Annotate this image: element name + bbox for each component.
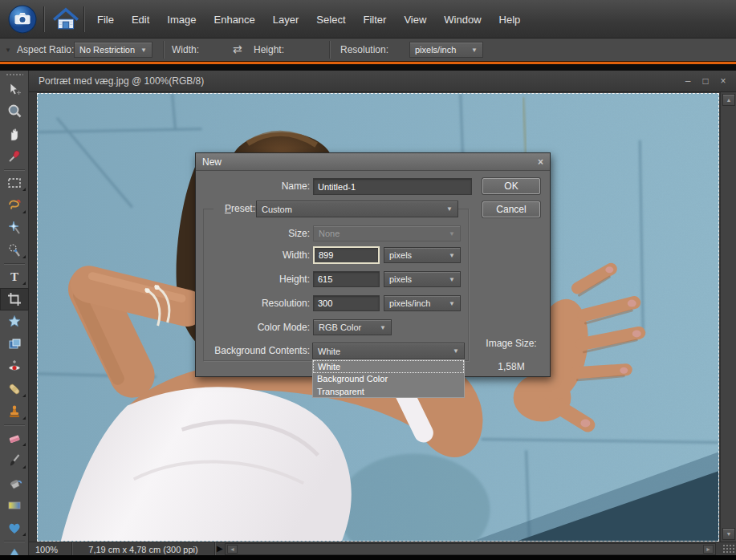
menu-help[interactable]: Help (494, 10, 527, 29)
new-dialog: New × Name: Untitled-1 OK Preset: Custom… (195, 152, 551, 377)
menu-image[interactable]: Image (161, 10, 201, 29)
bottom-strip (0, 555, 736, 560)
scroll-up-icon[interactable]: ▲ (722, 94, 735, 106)
move-icon (6, 81, 22, 97)
gradient-tool[interactable] (0, 494, 29, 517)
toolbar-separator (4, 541, 25, 542)
red-eye-removal-tool[interactable] (0, 355, 29, 378)
zoom-tool[interactable] (0, 100, 29, 123)
option-white[interactable]: White (313, 360, 464, 373)
brush-tool[interactable] (0, 449, 29, 472)
cookie-cutter-tool[interactable] (0, 310, 29, 333)
menu-layer[interactable]: Layer (267, 10, 305, 29)
eyedropper-tool[interactable] (0, 145, 29, 168)
move-tool[interactable] (0, 78, 29, 100)
eraser-icon (6, 430, 22, 446)
options-collapse-arrow-icon[interactable]: ▼ (5, 47, 11, 54)
chevron-down-icon: ▼ (466, 47, 478, 54)
minimize-icon[interactable]: – (683, 75, 693, 87)
zoom-level-field[interactable]: 100% (29, 542, 72, 556)
maximize-icon[interactable]: □ (701, 75, 710, 87)
close-icon[interactable]: × (718, 75, 728, 87)
ok-button[interactable]: OK (482, 178, 540, 194)
name-value: Untitled-1 (318, 182, 356, 192)
menu-select[interactable]: Select (311, 10, 351, 29)
background-contents-options: WhiteBackground ColorTransparent (312, 359, 465, 398)
lasso-tool[interactable] (0, 194, 29, 217)
chevron-down-icon: ▼ (136, 47, 147, 54)
width-unit-dropdown[interactable]: pixels ▼ (384, 247, 461, 263)
magic-wand-tool[interactable] (0, 217, 29, 239)
horizontal-scrollbar[interactable]: ◄ ► (225, 543, 716, 555)
toolbar-grip[interactable] (6, 73, 23, 76)
eyedropper-icon (6, 148, 22, 164)
document-titlebar[interactable]: Portræt med væg.jpg @ 100%(RGB/8) –□× (29, 71, 736, 92)
paint-bucket-tool[interactable] (0, 472, 29, 494)
healing-brush-tool[interactable] (0, 378, 29, 400)
type-icon: T (6, 269, 22, 285)
color-mode-dropdown[interactable]: RGB Color ▼ (313, 319, 392, 335)
type-tool[interactable]: T (0, 266, 29, 288)
scroll-right-icon[interactable]: ► (703, 545, 714, 554)
menu-bar: FileEditImageEnhanceLayerSelectFilterVie… (0, 0, 736, 39)
resolution-unit-dropdown[interactable]: pixels/inch ▼ (384, 295, 461, 311)
toolbar-separator (4, 263, 25, 264)
shape-tool[interactable] (0, 517, 29, 539)
quick-selection-tool[interactable] (0, 239, 29, 262)
scroll-down-icon[interactable]: ▼ (722, 528, 735, 540)
dialog-titlebar[interactable]: New × (196, 153, 550, 171)
options-separator (163, 41, 164, 59)
cancel-button[interactable]: Cancel (482, 201, 540, 217)
height-unit-dropdown[interactable]: pixels ▼ (384, 271, 461, 287)
menu-view[interactable]: View (398, 10, 432, 29)
crop-icon (6, 291, 22, 307)
document-dimensions-value: 7,19 cm x 4,78 cm (300 ppi) (88, 545, 197, 554)
crop-tool[interactable] (0, 288, 29, 310)
recompose-tool[interactable] (0, 333, 29, 355)
eraser-tool[interactable] (0, 427, 29, 449)
close-icon[interactable]: × (538, 156, 543, 168)
status-flyout-arrow-icon[interactable]: ▶ (217, 544, 223, 553)
resolution-unit-dropdown[interactable]: pixels/inch ▼ (409, 42, 483, 58)
aspect-ratio-dropdown[interactable]: No Restriction ▼ (74, 42, 152, 58)
camera-logo-icon[interactable] (8, 5, 37, 34)
menu-enhance[interactable]: Enhance (209, 10, 261, 29)
clone-stamp-tool[interactable] (0, 400, 29, 423)
height-value: 615 (318, 274, 332, 284)
menu-file[interactable]: File (91, 10, 120, 29)
home-icon[interactable] (51, 5, 80, 34)
height-unit-value: pixels (389, 274, 412, 284)
preset-value: Custom (262, 205, 292, 214)
size-dropdown: None ▼ (313, 225, 461, 241)
clone-stamp-icon (6, 404, 22, 420)
menu-edit[interactable]: Edit (126, 10, 155, 29)
background-contents-dropdown[interactable]: White ▼ (312, 343, 465, 359)
healing-brush-icon (6, 381, 22, 397)
size-label: Size: (204, 225, 310, 241)
ok-label: OK (504, 181, 518, 192)
resolution-label: Resolution: (340, 44, 388, 55)
aspect-ratio-label: Aspect Ratio: (17, 44, 74, 55)
document-dimensions-field: 7,19 cm x 4,78 cm (300 ppi) (72, 542, 215, 556)
option-background-color[interactable]: Background Color (313, 373, 464, 386)
menu-filter[interactable]: Filter (358, 10, 392, 29)
name-input[interactable]: Untitled-1 (313, 178, 472, 195)
height-input[interactable]: 615 (313, 271, 380, 287)
background-gap (0, 64, 736, 71)
image-size-label: Image Size: (475, 338, 547, 349)
chevron-down-icon: ▼ (444, 300, 455, 307)
hand-tool[interactable] (0, 123, 29, 145)
swap-dimensions-icon[interactable]: ⇄ (233, 43, 242, 55)
menu-window[interactable]: Window (438, 10, 486, 29)
width-input[interactable]: 899 (313, 246, 380, 264)
resolution-input[interactable]: 300 (313, 295, 380, 311)
tool-column: T (0, 71, 29, 560)
preset-dropdown[interactable]: Custom ▼ (256, 201, 458, 217)
window-resize-grip[interactable] (722, 544, 735, 554)
vertical-scrollbar[interactable]: ▲ ▼ (720, 92, 736, 542)
rectangular-marquee-icon (6, 175, 22, 191)
color-mode-value: RGB Color (319, 323, 361, 332)
option-transparent[interactable]: Transparent (313, 386, 464, 399)
scroll-left-icon[interactable]: ◄ (227, 545, 238, 554)
rectangular-marquee-tool[interactable] (0, 172, 29, 194)
